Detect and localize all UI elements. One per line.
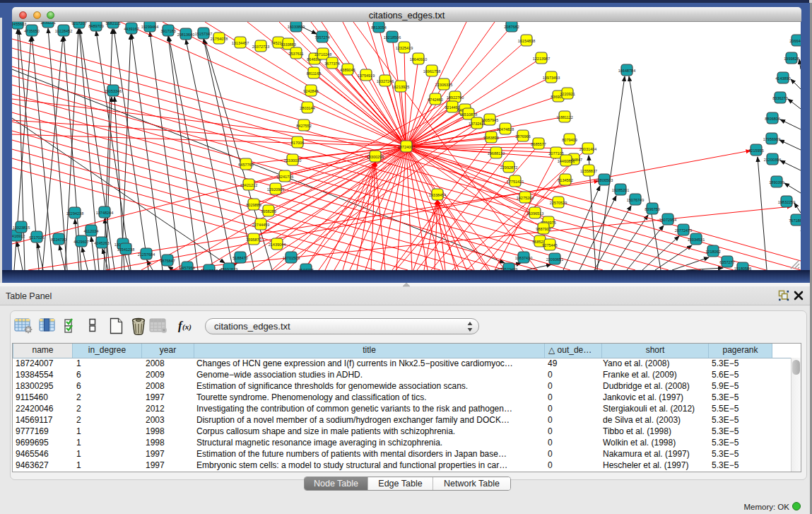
svg-text:20813640: 20813640 (177, 33, 194, 37)
svg-text:15076749: 15076749 (627, 198, 644, 202)
svg-text:16510878: 16510878 (460, 112, 477, 117)
svg-text:8806804: 8806804 (765, 117, 779, 121)
svg-text:17956909: 17956909 (763, 137, 780, 141)
svg-text:8336273: 8336273 (772, 96, 787, 100)
svg-text:4112034: 4112034 (83, 229, 98, 233)
svg-text:9275445: 9275445 (542, 243, 557, 247)
svg-text:9958289: 9958289 (261, 209, 276, 214)
svg-text:10057945: 10057945 (481, 118, 498, 122)
svg-text:22306335: 22306335 (435, 83, 452, 87)
svg-text:18300295: 18300295 (367, 155, 384, 159)
svg-text:20772475: 20772475 (675, 228, 692, 233)
svg-text:16154838: 16154838 (518, 39, 535, 43)
svg-text:10710248: 10710248 (314, 52, 331, 57)
svg-text:10837430: 10837430 (515, 256, 532, 260)
svg-text:3644095: 3644095 (298, 268, 313, 271)
svg-text:8427552: 8427552 (296, 124, 311, 128)
svg-text:9217207: 9217207 (71, 22, 86, 25)
svg-text:19338454: 19338454 (429, 193, 446, 197)
svg-text:5188470: 5188470 (233, 256, 247, 260)
svg-text:14275203: 14275203 (517, 196, 534, 200)
svg-text:22474828: 22474828 (497, 127, 514, 132)
svg-text:15157347: 15157347 (195, 32, 212, 36)
svg-text:17751421: 17751421 (507, 180, 524, 184)
svg-text:22330030: 22330030 (284, 158, 301, 163)
svg-text:8215955: 8215955 (748, 148, 763, 153)
svg-text:13421212: 13421212 (240, 183, 257, 187)
svg-text:1218062: 1218062 (705, 250, 720, 254)
svg-text:13754919: 13754919 (358, 74, 375, 78)
svg-text:12541238: 12541238 (117, 247, 134, 252)
svg-text:11558837: 11558837 (580, 169, 597, 173)
svg-text:19299464: 19299464 (141, 25, 158, 29)
svg-text:15180586: 15180586 (734, 267, 751, 271)
svg-text:21257684: 21257684 (138, 252, 155, 257)
svg-text:16072954: 16072954 (659, 218, 676, 222)
svg-text:8813054: 8813054 (371, 25, 386, 30)
svg-text:12920906: 12920906 (267, 187, 284, 192)
svg-text:8396759: 8396759 (645, 207, 659, 211)
svg-text:20031404: 20031404 (579, 147, 596, 151)
svg-text:19832259: 19832259 (778, 200, 795, 204)
svg-text:19218506: 19218506 (384, 35, 401, 40)
svg-text:16648784: 16648784 (618, 69, 635, 73)
svg-text:5682115: 5682115 (105, 22, 120, 25)
svg-text:10323815: 10323815 (13, 226, 30, 230)
svg-text:8811165: 8811165 (307, 71, 322, 76)
svg-text:13134457: 13134457 (232, 41, 249, 45)
svg-text:4389045: 4389045 (340, 68, 355, 72)
svg-text:16415740: 16415740 (201, 269, 218, 271)
svg-text:(x): (x) (182, 322, 192, 332)
svg-text:4429607: 4429607 (73, 240, 88, 244)
svg-text:2803144: 2803144 (300, 106, 314, 110)
svg-text:16396513: 16396513 (526, 211, 543, 216)
svg-text:6457765: 6457765 (238, 163, 253, 167)
svg-text:2457954: 2457954 (180, 266, 194, 270)
svg-text:3677374: 3677374 (324, 62, 339, 66)
svg-text:6742460: 6742460 (428, 98, 442, 102)
svg-text:13748244: 13748244 (96, 211, 113, 215)
svg-text:1999828: 1999828 (784, 57, 799, 61)
svg-text:13241736: 13241736 (276, 175, 293, 179)
svg-text:22455603: 22455603 (12, 22, 26, 26)
svg-text:22093651: 22093651 (546, 257, 563, 262)
svg-text:21200396: 21200396 (764, 158, 781, 162)
svg-text:3917183: 3917183 (160, 29, 175, 33)
svg-text:22806503: 22806503 (596, 178, 613, 182)
svg-text:2066449: 2066449 (789, 39, 801, 43)
svg-text:4245263: 4245263 (94, 241, 109, 245)
svg-text:12213987: 12213987 (533, 57, 550, 61)
svg-text:16213925: 16213925 (392, 85, 409, 89)
svg-text:8134562: 8134562 (558, 178, 572, 182)
svg-text:10228452: 10228452 (55, 29, 72, 33)
svg-text:18640910: 18640910 (410, 57, 427, 62)
svg-text:21754078: 21754078 (211, 37, 228, 41)
svg-text:10973493: 10973493 (543, 76, 560, 80)
svg-text:14460856: 14460856 (558, 159, 575, 163)
svg-text:16961758: 16961758 (423, 69, 440, 74)
svg-text:8685577: 8685577 (531, 142, 546, 146)
svg-text:4143890: 4143890 (775, 76, 790, 81)
svg-text:18724007: 18724007 (398, 145, 415, 149)
svg-text:10334531: 10334531 (688, 238, 705, 242)
svg-text:4735650: 4735650 (24, 29, 39, 33)
svg-text:13701506: 13701506 (283, 256, 300, 260)
svg-text:19285201: 19285201 (612, 188, 629, 192)
svg-text:8079409: 8079409 (562, 138, 577, 142)
svg-text:1890399: 1890399 (769, 180, 784, 185)
svg-text:12416912: 12416912 (12, 234, 25, 238)
svg-text:11881122: 11881122 (556, 115, 573, 119)
svg-text:12325419: 12325419 (396, 46, 413, 50)
svg-text:9242845: 9242845 (303, 89, 318, 93)
svg-text:1839221: 1839221 (40, 22, 55, 25)
svg-text:3220921: 3220921 (560, 92, 575, 96)
svg-text:3395870: 3395870 (246, 238, 261, 242)
svg-text:22992872: 22992872 (500, 165, 517, 170)
svg-text:7357274: 7357274 (314, 35, 329, 40)
svg-text:20372723: 20372723 (252, 45, 269, 49)
svg-text:22744459: 22744459 (252, 223, 269, 227)
svg-text:2537611: 2537611 (288, 52, 303, 56)
svg-text:2087682: 2087682 (504, 25, 519, 29)
svg-text:9875847: 9875847 (160, 259, 175, 263)
svg-text:22570529: 22570529 (550, 201, 567, 205)
